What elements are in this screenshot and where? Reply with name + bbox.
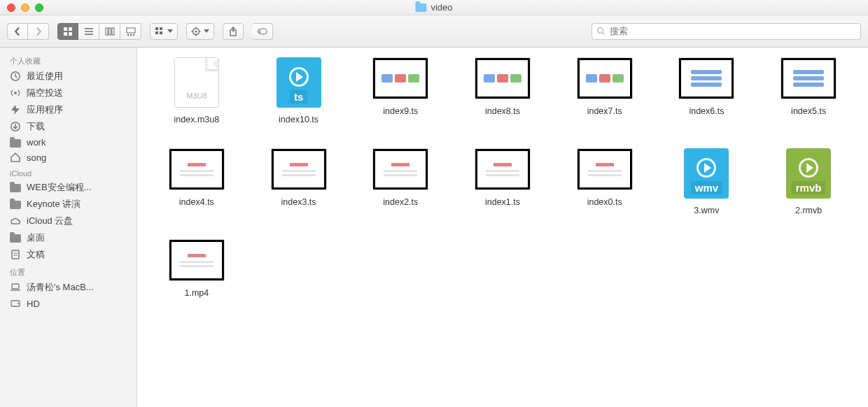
svg-rect-32 <box>12 250 19 259</box>
file-item[interactable]: tsindex10.ts <box>253 57 344 124</box>
file-name: index8.ts <box>485 106 520 116</box>
sidebar-item-label: 桌面 <box>27 231 45 244</box>
video-thumbnail <box>577 148 633 190</box>
file-item[interactable]: index8.ts <box>457 57 548 124</box>
video-thumbnail <box>475 57 531 99</box>
sidebar-item[interactable]: WEB安全编程... <box>0 179 136 196</box>
video-thumbnail <box>372 57 428 99</box>
group-by-button[interactable] <box>150 23 178 40</box>
gallery-view-button[interactable] <box>120 23 141 40</box>
file-item[interactable]: index1.ts <box>457 148 548 215</box>
file-item[interactable]: index0.ts <box>559 148 650 215</box>
sidebar-item[interactable]: 下载 <box>0 118 136 135</box>
sidebar-item-label: 下载 <box>27 120 45 133</box>
search-field[interactable] <box>592 23 861 40</box>
nav-buttons <box>7 23 49 40</box>
close-button[interactable] <box>7 3 15 12</box>
sidebar-item-label: song <box>27 152 46 163</box>
file-grid: M3U8index.m3u8tsindex10.tsindex9.tsindex… <box>137 48 868 407</box>
sidebar-item[interactable]: 应用程序 <box>0 101 136 118</box>
file-item[interactable]: index3.ts <box>253 148 344 215</box>
sidebar-item-label: HD <box>27 299 40 309</box>
file-name: index4.ts <box>179 197 214 207</box>
column-view-button[interactable] <box>99 23 120 40</box>
file-name: index6.ts <box>689 106 724 116</box>
sidebar-section-title: 个人收藏 <box>0 52 136 68</box>
svg-rect-7 <box>106 28 108 35</box>
sidebar-item-label: 隔空投送 <box>27 87 63 99</box>
search-icon <box>596 27 606 36</box>
sidebar-item[interactable]: 文稿 <box>0 246 136 263</box>
tags-button[interactable] <box>252 23 273 40</box>
file-name: index2.ts <box>383 197 418 207</box>
svg-rect-2 <box>64 32 67 36</box>
file-item[interactable]: index6.ts <box>662 57 752 124</box>
svg-point-38 <box>18 303 19 304</box>
sidebar-item-label: 文稿 <box>27 248 45 261</box>
svg-rect-1 <box>69 27 72 31</box>
sidebar-item-label: 应用程序 <box>27 103 63 116</box>
folder-icon <box>415 3 426 12</box>
zoom-button[interactable] <box>35 3 43 12</box>
media-icon: rmvb <box>786 148 831 199</box>
toolbar <box>0 15 868 48</box>
file-item[interactable]: wmv3.wmv <box>662 148 752 215</box>
forward-button[interactable] <box>28 23 49 40</box>
svg-rect-11 <box>127 34 129 36</box>
file-name: index7.ts <box>587 106 622 116</box>
list-view-button[interactable] <box>78 23 99 40</box>
video-thumbnail <box>372 148 428 190</box>
sidebar-item[interactable]: 桌面 <box>0 229 136 246</box>
file-name: 1.mp4 <box>184 288 209 298</box>
minimize-button[interactable] <box>21 3 29 12</box>
sidebar-item[interactable]: song <box>0 150 136 165</box>
window-titlebar: video <box>0 0 868 15</box>
share-button[interactable] <box>223 23 244 40</box>
sidebar-item[interactable]: Keynote 讲演 <box>0 196 136 213</box>
file-name: index.m3u8 <box>174 115 220 124</box>
sidebar-item-label: iCloud 云盘 <box>27 215 73 227</box>
svg-rect-3 <box>69 32 72 36</box>
video-thumbnail <box>169 148 225 190</box>
file-item[interactable]: M3U8index.m3u8 <box>151 57 242 124</box>
sidebar-section-title: 位置 <box>0 263 136 279</box>
svg-rect-13 <box>133 34 134 36</box>
file-item[interactable]: index4.ts <box>151 148 242 215</box>
file-item[interactable]: 1.mp4 <box>151 239 242 298</box>
sidebar-item[interactable]: 隔空投送 <box>0 85 136 101</box>
action-button[interactable] <box>186 23 214 40</box>
sidebar-item[interactable]: HD <box>0 296 136 311</box>
file-item[interactable]: index2.ts <box>355 148 446 215</box>
sidebar-item-label: 最近使用 <box>27 70 63 83</box>
video-thumbnail <box>577 57 633 99</box>
file-name: index3.ts <box>281 197 316 207</box>
file-item[interactable]: index7.ts <box>559 57 650 124</box>
svg-rect-8 <box>108 28 111 35</box>
file-item[interactable]: index9.ts <box>355 57 446 124</box>
media-icon: ts <box>276 57 321 108</box>
sidebar-item[interactable]: iCloud 云盘 <box>0 213 136 229</box>
svg-rect-15 <box>160 27 162 30</box>
sidebar-item-label: 汤青松's MacB... <box>27 281 94 294</box>
file-item[interactable]: index5.ts <box>763 57 854 124</box>
file-item[interactable]: rmvb2.rmvb <box>763 148 854 215</box>
video-thumbnail <box>475 148 531 190</box>
file-name: index9.ts <box>383 106 418 116</box>
svg-rect-0 <box>64 27 67 31</box>
svg-rect-16 <box>155 31 158 34</box>
sidebar-item[interactable]: 汤青松's MacB... <box>0 279 136 296</box>
video-thumbnail <box>678 57 734 99</box>
sidebar-item-label: WEB安全编程... <box>27 181 91 194</box>
document-icon: M3U8 <box>174 57 219 108</box>
video-thumbnail <box>169 239 225 281</box>
sidebar-item[interactable]: work <box>0 135 136 150</box>
file-name: index1.ts <box>485 197 520 207</box>
traffic-lights <box>0 3 43 12</box>
icon-view-button[interactable] <box>57 23 78 40</box>
svg-rect-9 <box>112 28 114 35</box>
search-input[interactable] <box>610 26 856 36</box>
svg-point-27 <box>598 28 603 34</box>
svg-rect-14 <box>155 27 158 30</box>
sidebar-item[interactable]: 最近使用 <box>0 68 136 85</box>
back-button[interactable] <box>7 23 28 40</box>
